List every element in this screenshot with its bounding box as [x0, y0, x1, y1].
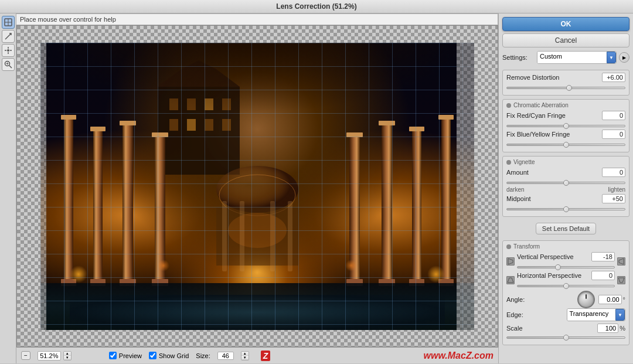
scale-row: Scale % — [506, 324, 625, 333]
vignette-amount-label: Amount — [506, 169, 602, 176]
vignette-section: Vignette Amount darken lighten Midpoint — [502, 156, 629, 217]
vignette-amount-row: Amount — [506, 168, 625, 177]
zoom-tool-btn[interactable] — [2, 58, 15, 71]
angle-value[interactable] — [598, 295, 622, 304]
straighten-tool-btn[interactable] — [2, 30, 15, 43]
zoom-spinner[interactable]: ▲ ▼ — [63, 351, 72, 360]
settings-select-arrow[interactable]: ▼ — [607, 52, 616, 63]
settings-select-value[interactable]: Custom — [537, 52, 607, 63]
svg-marker-53 — [508, 278, 513, 283]
edge-select-value[interactable]: Transparency — [567, 309, 617, 321]
remove-distortion-tool-btn[interactable] — [2, 16, 15, 29]
canvas-area: Place mouse over control for help — [16, 13, 498, 363]
grid-size-spinner[interactable]: ▲ ▼ — [241, 351, 249, 360]
edge-row: Edge: Transparency ▼ — [506, 308, 625, 321]
degree-symbol: ° — [623, 296, 625, 303]
edge-select-arrow[interactable]: ▼ — [615, 309, 625, 321]
vertical-perspective-slider[interactable] — [517, 266, 615, 268]
cancel-button[interactable]: Cancel — [502, 33, 629, 47]
vignette-amount-slider[interactable] — [506, 182, 625, 184]
zoom-out-btn[interactable]: − — [21, 351, 30, 360]
remove-distortion-value[interactable] — [602, 73, 625, 82]
bottom-bar: − ▲ ▼ Preview Show Grid Size: ▲ — [16, 347, 498, 363]
edge-label: Edge: — [506, 311, 564, 318]
darken-label: darken — [506, 186, 525, 193]
svg-line-3 — [5, 33, 11, 39]
percent-label: % — [620, 325, 625, 332]
fix-red-cyan-value[interactable] — [602, 111, 625, 120]
move-grid-tool-btn[interactable] — [2, 44, 15, 57]
ok-button[interactable]: OK — [502, 17, 629, 31]
right-panel: OK Cancel Settings: Custom ▼ ▶ Remove Di… — [498, 13, 633, 363]
fix-red-cyan-slider[interactable] — [506, 125, 625, 127]
vertical-perspective-row: Vertical Perspective — [506, 252, 625, 271]
photo-image — [40, 43, 474, 330]
vertical-perspective-value[interactable] — [591, 252, 615, 261]
show-grid-checkbox-group: Show Grid — [149, 352, 189, 359]
preview-label: Preview — [119, 352, 142, 359]
angle-knob[interactable] — [577, 291, 595, 308]
svg-marker-51 — [508, 258, 513, 264]
svg-marker-52 — [619, 258, 624, 264]
grid-overlay — [40, 43, 474, 330]
angle-row: Angle: ° — [506, 291, 625, 308]
show-grid-checkbox[interactable] — [149, 352, 156, 359]
zoom-spinner-down[interactable]: ▼ — [64, 356, 71, 360]
chromatic-aberration-section: Chromatic Aberration Fix Red/Cyan Fringe… — [502, 99, 629, 152]
chromatic-aberration-label: Chromatic Aberration — [506, 102, 625, 108]
horizontal-perspective-controls: Horizontal Perspective — [517, 271, 615, 290]
zoom-spinner-up[interactable]: ▲ — [64, 352, 71, 356]
remove-distortion-label: Remove Distortion — [506, 74, 602, 81]
vertical-perspective-label: Vertical Perspective — [517, 253, 591, 260]
horizontal-perspective-value[interactable] — [591, 271, 615, 280]
remove-distortion-section: Remove Distortion — [502, 70, 629, 96]
toolbar — [0, 13, 16, 363]
set-lens-default-container: Set Lens Default — [502, 220, 629, 237]
grid-size-up[interactable]: ▲ — [241, 352, 249, 356]
photo-area — [17, 26, 498, 346]
size-label: Size: — [196, 352, 210, 359]
fix-blue-yellow-row: Fix Blue/Yellow Fringe — [506, 130, 625, 139]
grid-size-input[interactable] — [217, 352, 234, 360]
grid-size-down[interactable]: ▼ — [241, 356, 249, 360]
settings-go-btn[interactable]: ▶ — [619, 52, 629, 63]
vertical-perspective-right-icon — [617, 257, 625, 266]
set-lens-default-btn[interactable]: Set Lens Default — [536, 223, 596, 234]
vignette-midpoint-slider[interactable] — [506, 208, 625, 210]
settings-select-container: Custom ▼ — [537, 51, 617, 64]
svg-point-4 — [7, 49, 9, 52]
help-bar: Place mouse over control for help — [16, 13, 498, 25]
vignette-midpoint-row: Midpoint — [506, 194, 625, 203]
horizontal-perspective-left-icon — [506, 276, 515, 284]
fix-blue-yellow-label: Fix Blue/Yellow Fringe — [506, 131, 602, 138]
fix-red-cyan-label: Fix Red/Cyan Fringe — [506, 112, 602, 119]
fix-blue-yellow-slider[interactable] — [506, 144, 625, 146]
vignette-midpoint-value[interactable] — [602, 194, 625, 203]
scale-value[interactable] — [597, 324, 618, 333]
lighten-label: lighten — [608, 186, 625, 193]
transform-section: Transform Vertical Perspective — [502, 240, 629, 345]
transform-label: Transform — [506, 243, 625, 250]
settings-row: Settings: Custom ▼ ▶ — [502, 51, 629, 64]
vertical-perspective-label-row: Vertical Perspective — [517, 252, 615, 261]
preview-checkbox[interactable] — [109, 352, 117, 359]
remove-distortion-slider[interactable] — [506, 87, 625, 89]
vignette-midpoint-label: Midpoint — [506, 195, 602, 202]
z-icon: Z — [261, 351, 271, 361]
watermark: www.MacZ.com — [424, 351, 494, 361]
vertical-perspective-controls: Vertical Perspective — [517, 252, 615, 271]
vignette-amount-value[interactable] — [602, 168, 625, 177]
vertical-perspective-left-icon — [506, 257, 515, 266]
horizontal-perspective-right-icon — [617, 276, 625, 284]
svg-line-6 — [9, 66, 12, 69]
horizontal-perspective-slider[interactable] — [517, 285, 615, 287]
image-canvas — [16, 25, 498, 347]
fix-blue-yellow-value[interactable] — [602, 130, 625, 139]
settings-label: Settings: — [502, 54, 535, 61]
show-grid-label: Show Grid — [159, 352, 189, 359]
scale-slider[interactable] — [506, 336, 625, 339]
zoom-input[interactable] — [38, 351, 61, 360]
scale-label: Scale — [506, 325, 597, 332]
vignette-labels: darken lighten — [506, 186, 625, 193]
preview-checkbox-group: Preview — [109, 352, 142, 359]
